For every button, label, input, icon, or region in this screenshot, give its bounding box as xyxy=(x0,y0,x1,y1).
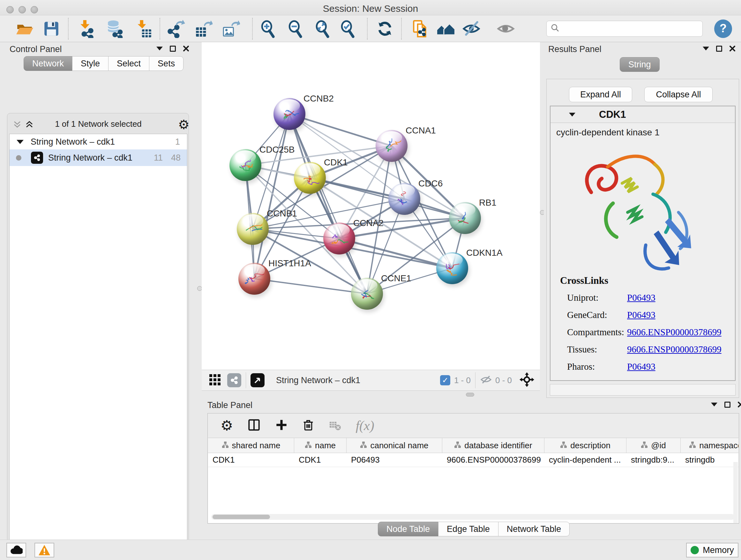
export-table-icon[interactable] xyxy=(194,19,212,38)
panel-menu-icon[interactable] xyxy=(703,47,709,51)
panel-close-icon[interactable] xyxy=(729,45,736,52)
network-node-cdc25b[interactable] xyxy=(229,149,261,181)
table-cell[interactable]: stringdb:9... xyxy=(626,453,681,467)
network-edge[interactable] xyxy=(254,114,289,279)
network-collection-row[interactable]: String Network – cdk1 1 xyxy=(10,134,187,149)
column-header-shared-name[interactable]: shared name xyxy=(208,438,294,453)
panel-menu-icon[interactable] xyxy=(156,47,163,51)
expand-all-networks-icon[interactable] xyxy=(25,120,33,130)
cloud-status-button[interactable] xyxy=(6,543,26,557)
network-view-canvas[interactable]: CCNB2CCNA1CDC25BCDK1CDC6RB1CCNB1CCNA2CDK… xyxy=(202,42,540,370)
duplicate-network-icon[interactable] xyxy=(410,19,429,38)
crosslink-value-link[interactable]: P06493 xyxy=(627,293,656,303)
table-cell[interactable]: CDK1 xyxy=(294,453,347,467)
grid-view-icon[interactable] xyxy=(209,373,222,388)
export-image-icon[interactable] xyxy=(221,19,240,38)
column-header--id[interactable]: @id xyxy=(626,438,681,453)
tab-node-table[interactable]: Node Table xyxy=(378,522,439,537)
panel-float-icon[interactable] xyxy=(716,46,722,52)
panel-close-icon[interactable] xyxy=(183,45,189,52)
network-row-selected[interactable]: String Network – cdk1 11 48 xyxy=(10,149,187,166)
column-header-namespace[interactable]: namespace xyxy=(681,438,738,453)
panel-close-icon[interactable] xyxy=(738,401,741,408)
crosslink-value-link[interactable]: 9606.ENSP00000378699 xyxy=(627,344,722,355)
zoom-fit-icon[interactable] xyxy=(314,19,332,38)
network-node-ccnb2[interactable] xyxy=(273,98,306,130)
tab-string[interactable]: String xyxy=(620,57,660,72)
table-cell[interactable]: P06493 xyxy=(347,453,442,467)
navigate-crosshair-icon[interactable] xyxy=(520,372,534,388)
network-options-gear-icon[interactable]: ⚙ xyxy=(178,117,190,132)
warning-status-button[interactable] xyxy=(35,543,54,557)
tab-edge-table[interactable]: Edge Table xyxy=(438,522,498,537)
show-columns-icon[interactable] xyxy=(247,418,261,433)
network-node-ccna2[interactable] xyxy=(323,223,355,254)
panel-menu-icon[interactable] xyxy=(711,402,718,407)
selected-checkbox-icon[interactable]: ✓ xyxy=(440,375,450,385)
network-node-cdk1[interactable] xyxy=(294,162,326,194)
save-session-icon[interactable] xyxy=(42,19,61,38)
scrollbar-thumb[interactable] xyxy=(212,515,270,519)
import-network-icon[interactable] xyxy=(77,19,96,38)
import-table-icon[interactable] xyxy=(134,19,152,38)
tab-network-table[interactable]: Network Table xyxy=(498,522,570,537)
network-node-ccne1[interactable] xyxy=(351,278,383,310)
network-share-view-icon[interactable] xyxy=(227,373,241,387)
table-row[interactable]: CDK1CDK1P064939606.ENSP00000378699cyclin… xyxy=(208,453,738,467)
gene-section-header[interactable]: CDK1 xyxy=(550,106,735,123)
column-header-name[interactable]: name xyxy=(294,438,347,453)
column-header-canonical-name[interactable]: canonical name xyxy=(347,438,442,453)
zoom-in-icon[interactable] xyxy=(259,19,278,38)
table-cell[interactable]: 9606.ENSP00000378699 xyxy=(442,453,544,467)
crosslink-value-link[interactable]: 9606.ENSP00000378699 xyxy=(627,327,722,337)
hidden-eye-icon[interactable] xyxy=(480,374,492,387)
birdseye-homes-icon[interactable] xyxy=(436,19,455,38)
tab-network[interactable]: Network xyxy=(23,56,72,71)
hide-selected-icon[interactable] xyxy=(462,19,481,38)
panel-float-icon[interactable] xyxy=(724,401,731,408)
delete-table-icon[interactable] xyxy=(329,419,341,433)
collapse-all-button[interactable]: Collapse All xyxy=(644,87,713,102)
import-network-database-icon[interactable] xyxy=(105,19,124,38)
network-node-cdc6[interactable] xyxy=(388,183,420,215)
section-collapse-icon[interactable] xyxy=(569,113,576,117)
open-file-icon[interactable] xyxy=(15,19,34,38)
network-node-ccna1[interactable] xyxy=(376,130,408,162)
delete-column-icon[interactable] xyxy=(302,419,315,433)
birdseye-toggle-icon[interactable] xyxy=(251,373,265,387)
export-network-icon[interactable] xyxy=(166,19,185,38)
network-node-rb1[interactable] xyxy=(449,202,481,234)
help-icon[interactable]: ? xyxy=(714,19,732,38)
column-header-description[interactable]: description xyxy=(544,438,626,453)
function-builder-icon[interactable]: f(x) xyxy=(355,418,374,433)
tab-select[interactable]: Select xyxy=(108,56,149,71)
zoom-out-icon[interactable] xyxy=(286,19,305,38)
tree-expand-icon[interactable] xyxy=(17,140,23,144)
search-input[interactable] xyxy=(560,24,694,34)
crosslink-value-link[interactable]: P06493 xyxy=(627,310,656,320)
network-node-cdkn1a[interactable] xyxy=(436,252,468,284)
panel-float-icon[interactable] xyxy=(170,46,176,52)
table-horizontal-scrollbar[interactable] xyxy=(211,514,735,520)
crosslink-value-link[interactable]: P06493 xyxy=(627,361,656,372)
table-cell[interactable]: stringdb xyxy=(681,453,738,467)
show-all-icon[interactable] xyxy=(496,19,515,38)
add-column-icon[interactable] xyxy=(275,419,288,433)
table-options-gear-icon[interactable]: ⚙ xyxy=(220,419,233,433)
splitter-grip[interactable] xyxy=(466,393,474,396)
column-header-database-identifier[interactable]: database identifier xyxy=(442,438,544,453)
zoom-selected-icon[interactable] xyxy=(339,19,357,38)
network-node-hist1h1a[interactable] xyxy=(239,263,270,295)
tab-sets[interactable]: Sets xyxy=(149,56,184,71)
network-node-ccnb1[interactable] xyxy=(237,213,269,245)
tab-style[interactable]: Style xyxy=(72,56,109,71)
memory-button[interactable]: Memory xyxy=(686,543,738,557)
table-vertical-scrollbar[interactable] xyxy=(733,462,738,523)
table-cell[interactable]: cyclin-dependent ... xyxy=(544,453,626,467)
table-cell[interactable]: CDK1 xyxy=(208,453,294,467)
refresh-icon[interactable] xyxy=(376,19,394,38)
left-splitter-handle[interactable] xyxy=(197,286,202,291)
expand-all-button[interactable]: Expand All xyxy=(569,87,632,102)
collapse-all-networks-icon[interactable] xyxy=(13,120,21,130)
network-edge[interactable] xyxy=(254,279,367,294)
